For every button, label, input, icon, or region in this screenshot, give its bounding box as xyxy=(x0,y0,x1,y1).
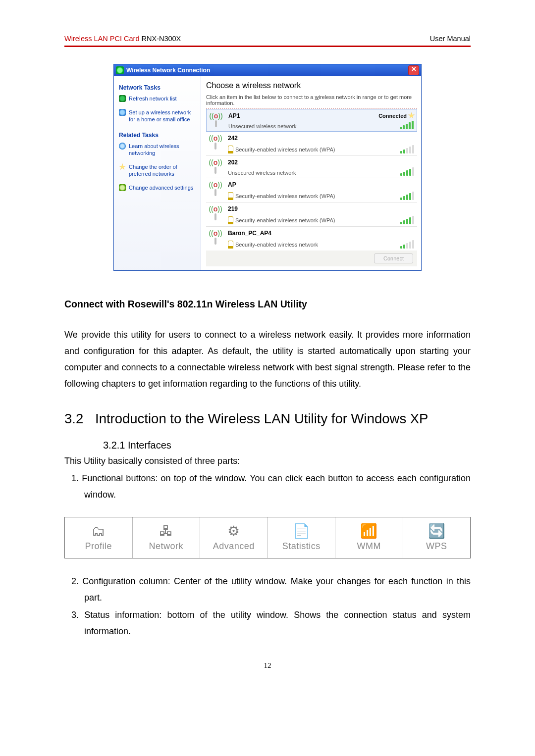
wireless-dialog: Wireless Network Connection ✕ Network Ta… xyxy=(113,64,422,271)
hdr-model: RNX-N300X xyxy=(139,35,181,43)
network-desc: Security-enabled wireless network (WPA) xyxy=(228,146,373,153)
network-ssid: AP1 xyxy=(228,112,372,119)
list-item-3: 3. Status information: bottom of the uti… xyxy=(64,607,471,640)
antenna-icon: ((o)) xyxy=(207,112,225,129)
sidebar-link-order[interactable]: Change the order of preferred networks xyxy=(119,163,196,177)
sidebar-link-setup[interactable]: Set up a wireless network for a home or … xyxy=(119,109,196,123)
signal-icon xyxy=(400,120,414,129)
refresh-icon xyxy=(119,95,126,102)
signal-icon xyxy=(400,145,414,153)
toolbar-wmm[interactable]: 📶WMM xyxy=(335,517,403,558)
network-ssid: 202 xyxy=(228,159,373,166)
connect-button[interactable]: Connect xyxy=(374,253,413,263)
dialog-title: Wireless Network Connection xyxy=(126,67,210,74)
info-icon xyxy=(119,143,126,150)
network-desc: Security-enabled wireless network xyxy=(228,241,373,249)
lock-icon xyxy=(228,146,233,153)
network-ssid: Baron_PC_AP4 xyxy=(228,230,373,237)
paragraph-1: We provide this utility for users to con… xyxy=(64,327,471,392)
statistics-icon: 📄 xyxy=(293,524,311,538)
page-header: Wireless LAN PCI Card RNX-N300X User Man… xyxy=(64,35,471,47)
sidebar: Network Tasks Refresh network list Set u… xyxy=(114,76,201,270)
setup-icon xyxy=(119,109,126,116)
toolbar-label: Statistics xyxy=(282,541,321,552)
toolbar-statistics[interactable]: 📄Statistics xyxy=(268,517,336,558)
network-ssid: 242 xyxy=(228,135,373,142)
signal-icon xyxy=(400,191,414,200)
heading-3-2-1: 3.2.1 Interfaces xyxy=(103,440,471,451)
connected-badge: Connected xyxy=(378,112,415,119)
antenna-icon: ((o)) xyxy=(206,205,225,224)
toolbar-wps[interactable]: 🔄WPS xyxy=(403,517,471,558)
close-icon[interactable]: ✕ xyxy=(408,65,419,75)
sidebar-link-refresh[interactable]: Refresh network list xyxy=(119,95,196,102)
network-icon: 🖧 xyxy=(159,524,173,538)
network-list[interactable]: ((o))AP1Unsecured wireless networkConnec… xyxy=(206,108,417,251)
network-desc: Unsecured wireless network xyxy=(228,170,373,176)
signal-icon xyxy=(400,167,414,176)
profile-icon: 🗂 xyxy=(92,524,106,538)
signal-icon xyxy=(400,240,414,249)
utility-toolbar: 🗂Profile🖧Network⚙Advanced📄Statistics📶WMM… xyxy=(64,517,471,558)
hdr-product: Wireless LAN PCI Card xyxy=(64,35,139,43)
main-hint: Click an item in the list below to conne… xyxy=(206,94,417,106)
network-desc: Security-enabled wireless network (WPA) xyxy=(228,216,373,224)
wps-icon: 🔄 xyxy=(428,524,446,538)
page-number: 12 xyxy=(64,661,471,670)
toolbar-profile[interactable]: 🗂Profile xyxy=(65,517,133,558)
lock-icon xyxy=(228,192,233,200)
sidebar-link-learn[interactable]: Learn about wireless networking xyxy=(119,143,196,156)
network-ssid: AP xyxy=(228,181,373,188)
hdr-right: User Manual xyxy=(430,35,471,43)
section-title: Connect with Rosewill's 802.11n Wireless… xyxy=(64,299,471,310)
toolbar-network[interactable]: 🖧Network xyxy=(133,517,201,558)
antenna-icon: ((o)) xyxy=(206,159,225,176)
network-row[interactable]: ((o))202Unsecured wireless network xyxy=(206,156,417,178)
lock-icon xyxy=(228,241,233,249)
antenna-icon: ((o)) xyxy=(206,181,225,200)
heading-3-2: 3.2Introduction to the Wireless LAN Util… xyxy=(64,411,471,427)
wireless-icon xyxy=(116,66,124,74)
network-row[interactable]: ((o))AP1Unsecured wireless networkConnec… xyxy=(206,109,417,132)
sidebar-head-related-tasks: Related Tasks xyxy=(119,132,196,139)
toolbar-label: WPS xyxy=(426,541,447,552)
toolbar-label: Advanced xyxy=(213,541,255,552)
dialog-main: Choose a wireless network Click an item … xyxy=(201,76,421,270)
sidebar-head-network-tasks: Network Tasks xyxy=(119,84,196,91)
star-icon xyxy=(408,112,415,119)
antenna-icon: ((o)) xyxy=(206,135,225,153)
toolbar-label: Network xyxy=(149,541,183,552)
list-item-1: 1. Functional buttons: on top of the win… xyxy=(64,470,471,503)
network-row[interactable]: ((o))APSecurity-enabled wireless network… xyxy=(206,178,417,202)
lock-icon xyxy=(228,216,233,224)
antenna-icon: ((o)) xyxy=(206,230,225,249)
wmm-icon: 📶 xyxy=(360,524,378,538)
advanced-icon: ⚙ xyxy=(227,524,240,538)
network-ssid: 219 xyxy=(228,205,373,212)
toolbar-label: Profile xyxy=(85,541,112,552)
paragraph-2: This Utility basically consisted of thre… xyxy=(64,453,471,469)
titlebar[interactable]: Wireless Network Connection ✕ xyxy=(114,64,421,76)
network-row[interactable]: ((o))242Security-enabled wireless networ… xyxy=(206,132,417,156)
network-desc: Security-enabled wireless network (WPA) xyxy=(228,192,373,200)
network-row[interactable]: ((o))219Security-enabled wireless networ… xyxy=(206,202,417,227)
toolbar-label: WMM xyxy=(357,541,381,552)
star-icon xyxy=(119,163,126,170)
network-desc: Unsecured wireless network xyxy=(228,123,372,129)
network-row[interactable]: ((o))Baron_PC_AP4Security-enabled wirele… xyxy=(206,227,417,251)
sidebar-link-advanced[interactable]: Change advanced settings xyxy=(119,184,196,191)
advanced-icon xyxy=(119,184,126,191)
list-item-2: 2. Configuration column: Center of the u… xyxy=(64,573,471,606)
toolbar-advanced[interactable]: ⚙Advanced xyxy=(200,517,268,558)
main-heading: Choose a wireless network xyxy=(206,81,417,90)
signal-icon xyxy=(400,215,414,224)
